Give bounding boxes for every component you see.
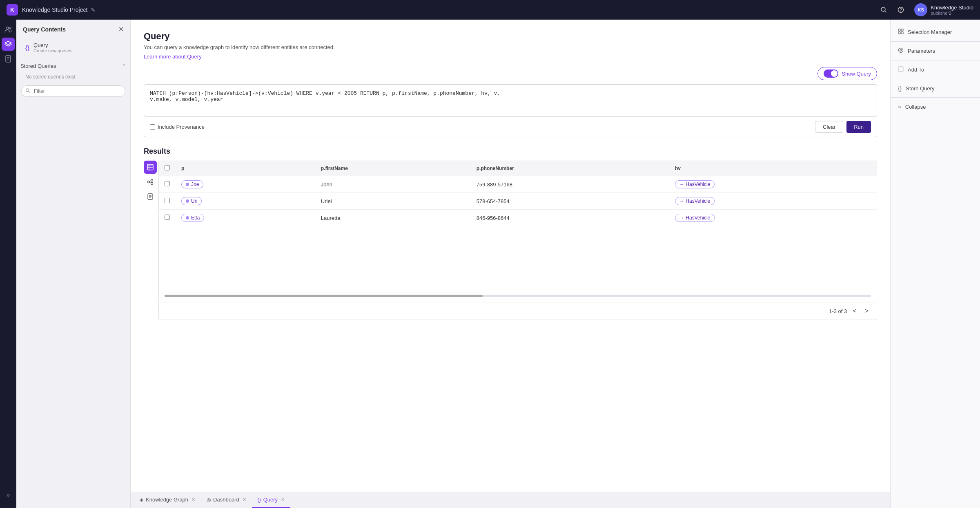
collapse-icon: » [898,103,901,110]
clear-button[interactable]: Clear [815,121,843,133]
stored-queries-header[interactable]: Stored Queries ⌃ [16,60,130,72]
edge-pill-1[interactable]: → HasVehicle [675,180,715,188]
results-container: p p.firstName p.phoneNumber hv [144,161,877,320]
table-row: Joe John 759-889-57168 → HasVehicle [159,176,877,193]
tab-query-label: Query [263,497,278,503]
cell-firstname-3: Lauretta [315,210,471,226]
store-query-icon: {} [898,85,902,92]
tab-close-dashboard[interactable]: ✕ [243,497,246,502]
app-logo: K [7,4,18,16]
include-provenance: Include Provenance [150,124,205,130]
right-item-store-query[interactable]: {} Store Query [891,81,980,96]
row-checkbox-3[interactable] [159,210,176,226]
select-all-header[interactable] [159,161,176,176]
show-query-label: Show Query [842,71,871,77]
row-checkbox-1[interactable] [159,176,176,193]
logo-letter: K [10,7,14,13]
cell-node-1: Joe [176,176,315,193]
node-dot [186,199,189,203]
node-dot [186,216,189,219]
add-to-label: Add To [908,67,924,73]
svg-rect-12 [147,164,153,170]
empty-results-space [159,226,877,291]
show-query-row: Show Query [144,67,877,80]
query-editor[interactable]: MATCH (p:Person)-[hv:HasVehicle]->(v:Veh… [144,84,877,117]
table-row: Etta Lauretta 846-956-8644 → HasVehicle [159,210,877,226]
tab-close-query[interactable]: ✕ [281,497,285,502]
pagination: 1-3 of 3 < > [159,302,877,320]
node-pill-etta[interactable]: Etta [181,214,204,222]
svg-line-20 [150,182,151,183]
right-separator-3 [891,79,980,79]
edge-pill-3[interactable]: → HasVehicle [675,214,715,222]
table-row: Uri Uriel 578-654-7854 → HasVehicle [159,193,877,210]
next-page-button[interactable]: > [862,307,871,316]
tab-knowledge-graph[interactable]: ◈ Knowledge Graph ✕ [134,492,201,508]
query-description: You can query a knowledge graph to ident… [144,44,877,50]
results-title: Results [144,147,877,156]
search-button[interactable] [877,3,891,17]
include-provenance-label: Include Provenance [158,124,205,130]
no-stored-queries: No stored queries exist [16,72,130,83]
svg-point-17 [151,179,153,181]
rail-expand-button[interactable]: » [2,488,15,501]
right-separator-4 [891,97,980,98]
cell-phone-1: 759-889-57168 [471,176,669,193]
show-query-toggle[interactable]: Show Query [817,67,877,80]
graph-view-button[interactable] [144,175,157,188]
tab-close-kg[interactable]: ✕ [192,497,195,502]
topbar-icons: ? [877,3,908,17]
help-button[interactable]: ? [894,3,908,17]
table-view-button[interactable] [144,161,157,174]
col-pfirstname: p.firstName [315,161,471,176]
edge-pill-2[interactable]: → HasVehicle [675,197,715,205]
svg-rect-26 [901,29,903,31]
report-view-button[interactable] [144,190,157,203]
prev-page-button[interactable]: < [850,307,859,316]
node-pill-uri[interactable]: Uri [181,197,202,205]
right-panel: Selection Manager Parameters Add To [890,20,980,508]
project-title: Knowledge Studio Project [22,7,87,13]
sidebar-item-query[interactable]: {} Query Create new queries [21,39,125,56]
svg-rect-25 [898,29,900,31]
select-all-checkbox[interactable] [165,165,170,170]
collapse-label: Collapse [905,104,926,110]
right-item-parameters[interactable]: Parameters [891,43,980,58]
edit-icon[interactable]: ✎ [91,7,96,13]
query-actions: Clear Run [815,121,871,133]
rail-icon-document[interactable] [2,52,15,65]
tab-dashboard[interactable]: ◎ Dashboard ✕ [201,492,252,508]
node-dot [186,183,189,186]
svg-point-18 [151,183,153,185]
learn-more-link[interactable]: Learn more about Query [144,54,877,60]
tab-query[interactable]: () Query ✕ [252,492,290,508]
node-pill-joe[interactable]: Joe [181,180,203,188]
right-item-selection-manager[interactable]: Selection Manager [891,25,980,40]
right-item-add-to[interactable]: Add To [891,62,980,77]
rail-expand: » [2,488,15,508]
tab-knowledge-graph-label: Knowledge Graph [146,497,188,503]
cell-node-3: Etta [176,210,315,226]
cell-hv-2: → HasVehicle [669,193,877,210]
row-checkbox-2[interactable] [159,193,176,210]
sidebar-title: Query Contents [23,26,66,33]
right-item-collapse[interactable]: » Collapse [891,99,980,114]
include-provenance-checkbox[interactable] [150,124,155,130]
svg-point-5 [9,27,11,29]
rail-icon-layers[interactable] [2,38,15,51]
svg-point-30 [900,49,902,51]
filter-input[interactable] [21,85,125,97]
query-editor-footer: Include Provenance Clear Run [144,117,877,137]
svg-point-29 [899,48,903,53]
toggle-pill [824,69,838,78]
parameters-label: Parameters [908,48,935,54]
query-sublabel: Create new queries [33,48,72,53]
sidebar-close-button[interactable]: ✕ [118,25,124,33]
user-subtitle: publisher2 [931,11,973,16]
results-table: p p.firstName p.phoneNumber hv [159,161,877,226]
svg-point-10 [26,89,29,92]
toggle-pill-dot [831,70,837,77]
rail-icon-people[interactable] [2,23,15,36]
col-pphonenumber: p.phoneNumber [471,161,669,176]
run-button[interactable]: Run [846,121,871,133]
